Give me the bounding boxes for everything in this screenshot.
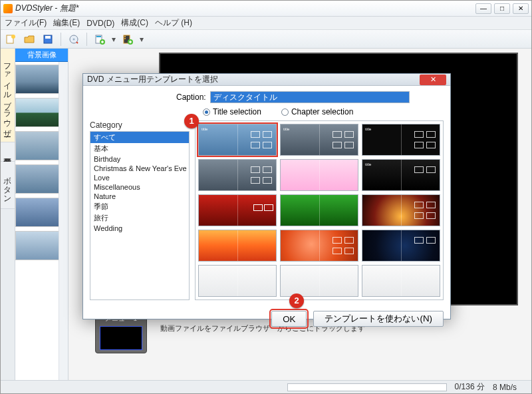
category-item[interactable]: Wedding <box>90 224 189 233</box>
template-thumb[interactable] <box>198 230 277 262</box>
tab-buttons[interactable]: ボタン <box>1 162 15 209</box>
caption-label: Caption: <box>176 93 206 102</box>
svg-rect-7 <box>96 36 101 37</box>
window-controls: — □ ✕ <box>475 3 529 14</box>
template-thumb[interactable] <box>362 194 440 226</box>
template-thumb[interactable] <box>280 194 358 226</box>
dialog-main: Category すべて 基本 Birthday Christmas & New… <box>90 120 444 300</box>
bg-thumb[interactable] <box>15 231 59 260</box>
app-icon <box>3 4 13 13</box>
dropdown-arrow-icon[interactable]: ▾ <box>111 35 116 44</box>
category-label: Category <box>90 120 190 130</box>
dialog-titlebar: DVD メニュー用テンプレートを選択 ✕ <box>83 74 450 86</box>
maximize-button[interactable]: □ <box>494 3 510 14</box>
svg-rect-11 <box>124 36 126 37</box>
category-item[interactable]: 旅行 <box>90 212 189 224</box>
menu-file[interactable]: ファイル(F) <box>5 17 47 29</box>
bg-thumb[interactable] <box>15 164 59 194</box>
dialog-body: Caption: Title selection Chapter selecti… <box>83 86 450 305</box>
svg-point-1 <box>11 35 15 39</box>
toolbar-sep <box>86 33 87 46</box>
scrollbar[interactable] <box>59 62 68 380</box>
side-tabs: ファイルブラウザー 背景画像 ボタン <box>1 49 15 380</box>
tab-bg-images[interactable]: 背景画像 <box>1 142 15 162</box>
template-grid: title title title title <box>195 120 444 300</box>
close-button[interactable]: ✕ <box>513 3 529 14</box>
category-item[interactable]: すべて <box>90 132 189 143</box>
callout-2: 2 <box>289 294 304 308</box>
titlebar: DVDStyler - 無題* — □ ✕ <box>1 1 531 17</box>
burn-disc-icon[interactable] <box>66 32 81 47</box>
category-column: Category すべて 基本 Birthday Christmas & New… <box>90 120 190 300</box>
template-thumb[interactable]: title <box>280 124 358 156</box>
dropdown-arrow-icon[interactable]: ▾ <box>139 35 144 44</box>
category-item[interactable]: Nature <box>90 192 189 201</box>
category-item[interactable]: 季節 <box>90 201 189 212</box>
caption-row: Caption: <box>176 91 444 103</box>
radio-row: Title selection Chapter selection <box>203 107 444 116</box>
ok-button[interactable]: OK <box>271 311 307 327</box>
progress-text: 0/136 分 <box>455 381 485 393</box>
template-thumb[interactable] <box>198 265 277 297</box>
dialog-close-button[interactable]: ✕ <box>420 75 446 85</box>
category-item[interactable]: Christmas & New Year's Eve <box>90 164 189 173</box>
dialog-title: DVD メニュー用テンプレートを選択 <box>87 74 420 85</box>
category-item[interactable]: 基本 <box>90 143 189 154</box>
category-list: すべて 基本 Birthday Christmas & New Year's E… <box>90 131 190 300</box>
category-item[interactable]: Love <box>90 173 189 182</box>
template-thumb[interactable]: title <box>362 159 440 191</box>
open-icon[interactable] <box>22 32 37 47</box>
template-thumb[interactable] <box>198 159 277 191</box>
add-file-icon[interactable] <box>92 32 107 47</box>
statusbar: 0/136 分 8 Mb/s <box>1 380 531 393</box>
template-dialog: DVD メニュー用テンプレートを選択 ✕ Caption: Title sele… <box>82 73 451 319</box>
svg-rect-3 <box>45 36 51 39</box>
template-thumb[interactable] <box>280 230 358 262</box>
menu-edit[interactable]: 編集(E) <box>53 17 80 29</box>
template-thumb[interactable] <box>280 159 358 191</box>
bg-thumb[interactable] <box>15 131 59 160</box>
tab-file-browser[interactable]: ファイルブラウザー <box>1 49 15 142</box>
radio-chapter-selection[interactable]: Chapter selection <box>281 107 353 116</box>
menu-help[interactable]: ヘルプ (H) <box>155 17 192 29</box>
save-icon[interactable] <box>41 32 55 47</box>
template-thumb[interactable] <box>198 194 277 226</box>
bg-browser-header: 背景画像 <box>15 49 68 62</box>
background-browser: 背景画像 <box>15 49 68 380</box>
template-thumb[interactable]: title <box>198 124 277 156</box>
bg-thumb[interactable] <box>15 65 59 94</box>
radio-title-selection[interactable]: Title selection <box>203 107 261 116</box>
radio-chapter-label: Chapter selection <box>291 107 353 116</box>
caption-input[interactable] <box>210 91 410 103</box>
template-thumb[interactable] <box>362 230 440 262</box>
minimize-button[interactable]: — <box>475 3 491 14</box>
callout-1: 1 <box>184 114 199 128</box>
template-thumb[interactable] <box>362 265 440 297</box>
bg-thumb-list <box>15 62 59 380</box>
bg-thumb[interactable] <box>15 198 59 227</box>
toolbar: ▾ ▾ <box>1 30 531 49</box>
template-thumb[interactable]: title <box>362 124 440 156</box>
svg-point-5 <box>73 38 75 40</box>
template-thumb[interactable] <box>280 265 358 297</box>
category-item[interactable]: Birthday <box>90 154 189 164</box>
dialog-buttons: OK テンプレートを使わない(N) <box>83 305 450 333</box>
new-project-icon[interactable] <box>3 32 18 47</box>
menu-config[interactable]: 構成(C) <box>121 17 148 29</box>
menubar: ファイル(F) 編集(E) DVD(D) 構成(C) ヘルプ (H) <box>1 17 531 30</box>
no-template-button[interactable]: テンプレートを使わない(N) <box>313 311 444 327</box>
category-item[interactable]: Miscellaneous <box>90 182 189 192</box>
bitrate-text: 8 Mb/s <box>493 383 517 392</box>
menu-dvd[interactable]: DVD(D) <box>86 19 114 28</box>
radio-title-label: Title selection <box>213 107 261 116</box>
progress-bar <box>287 383 447 391</box>
bg-thumb[interactable] <box>15 98 59 127</box>
window-title: DVDStyler - 無題* <box>15 3 475 14</box>
add-title-icon[interactable] <box>120 32 135 47</box>
toolbar-sep <box>61 33 61 46</box>
svg-rect-12 <box>124 38 126 39</box>
